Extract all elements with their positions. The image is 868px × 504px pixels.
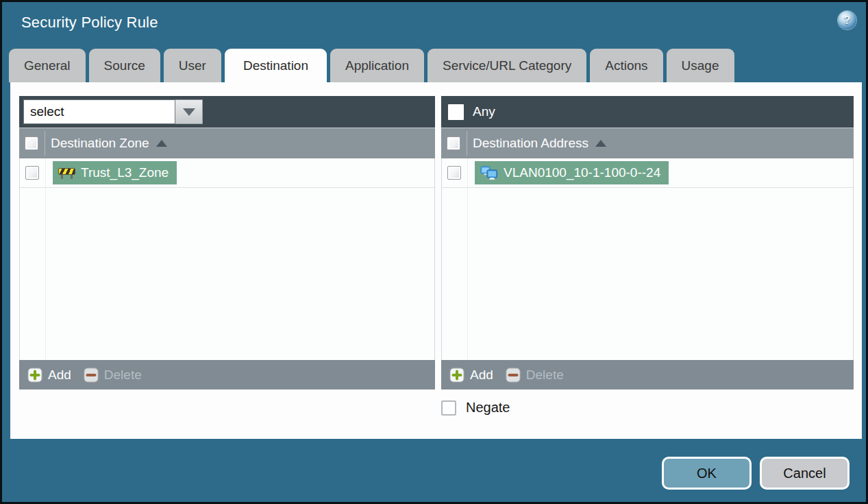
column-divider — [45, 131, 45, 156]
table-row: VLAN0100_10-1-100-0--24 — [442, 158, 853, 188]
column-divider — [467, 158, 468, 360]
add-button-label: Add — [48, 368, 71, 383]
add-zone-button[interactable]: Add — [27, 368, 71, 383]
zone-column-header-row: Destination Zone — [19, 128, 435, 158]
minus-icon — [84, 368, 99, 383]
tab-usage[interactable]: Usage — [667, 49, 734, 82]
add-address-button[interactable]: Add — [449, 368, 493, 383]
address-panel-topbar: Any — [441, 96, 854, 128]
column-divider — [45, 158, 46, 360]
zone-select-input[interactable]: select — [23, 99, 175, 124]
address-list: VLAN0100_10-1-100-0--24 — [441, 158, 854, 360]
plus-icon — [27, 368, 42, 383]
security-policy-rule-dialog: Security Policy Rule ? General Source Us… — [0, 0, 868, 504]
destination-address-panel: Any Destination Address — [441, 96, 854, 389]
tab-actions[interactable]: Actions — [590, 49, 662, 82]
address-item-vlan0100[interactable]: VLAN0100_10-1-100-0--24 — [475, 161, 669, 184]
any-checkbox[interactable] — [448, 104, 464, 120]
destination-tab-content: select Destination Zone Trus — [10, 82, 862, 439]
delete-address-button[interactable]: Delete — [506, 368, 564, 383]
zone-select-all-checkbox[interactable] — [25, 136, 38, 150]
ok-button[interactable]: OK — [662, 457, 752, 490]
negate-label: Negate — [466, 400, 510, 416]
zone-select-combobox: select — [23, 99, 203, 124]
delete-zone-button[interactable]: Delete — [84, 368, 142, 383]
negate-checkbox[interactable] — [441, 400, 456, 416]
sort-ascending-icon[interactable] — [156, 140, 167, 147]
address-column-header-row: Destination Address — [441, 128, 854, 158]
negate-option: Negate — [441, 400, 510, 416]
dialog-title: Security Policy Rule — [21, 14, 158, 32]
tab-general[interactable]: General — [9, 49, 86, 82]
zone-select-dropdown-button[interactable] — [175, 99, 203, 124]
delete-button-label: Delete — [104, 368, 142, 383]
tab-service-url-category[interactable]: Service/URL Category — [427, 49, 586, 82]
tab-source[interactable]: Source — [89, 49, 160, 82]
destination-zone-panel: select Destination Zone Trus — [19, 96, 435, 389]
address-row-checkbox[interactable] — [447, 166, 461, 180]
any-label: Any — [473, 104, 495, 119]
address-column-header[interactable]: Destination Address — [473, 136, 588, 151]
add-button-label: Add — [470, 368, 493, 383]
zone-column-header[interactable]: Destination Zone — [51, 136, 149, 151]
tab-destination[interactable]: Destination — [225, 49, 327, 82]
minus-icon — [506, 368, 521, 383]
zone-panel-topbar: select — [19, 96, 435, 128]
tab-bar: General Source User Destination Applicat… — [9, 49, 734, 82]
tab-user[interactable]: User — [164, 49, 221, 82]
column-divider — [467, 131, 467, 156]
address-select-all-checkbox[interactable] — [447, 136, 460, 150]
zone-item-trust-l3-zone[interactable]: Trust_L3_Zone — [53, 161, 177, 184]
sort-ascending-icon[interactable] — [595, 140, 606, 147]
network-icon — [480, 166, 498, 180]
delete-button-label: Delete — [526, 368, 564, 383]
zone-item-label: Trust_L3_Zone — [81, 165, 169, 180]
address-toolbar: Add Delete — [441, 360, 854, 389]
zone-list: Trust_L3_Zone — [19, 158, 435, 360]
zone-row-checkbox[interactable] — [25, 166, 39, 180]
zone-toolbar: Add Delete — [19, 360, 435, 389]
help-icon[interactable]: ? — [838, 11, 856, 29]
plus-icon — [449, 368, 464, 383]
chevron-down-icon — [183, 108, 195, 116]
cancel-button[interactable]: Cancel — [760, 457, 850, 490]
zone-icon — [58, 167, 75, 179]
address-item-label: VLAN0100_10-1-100-0--24 — [504, 165, 660, 180]
table-row: Trust_L3_Zone — [20, 158, 434, 188]
tab-application[interactable]: Application — [330, 49, 424, 82]
